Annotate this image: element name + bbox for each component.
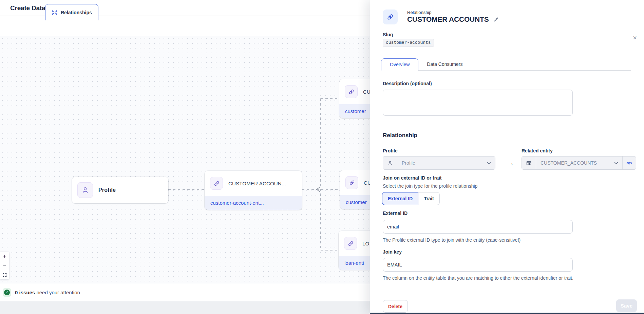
- create-data-graph-screen: Create Data Graph Entities: [0, 0, 644, 314]
- slug-value: customer-accounts: [383, 39, 434, 47]
- profile-field-label: Profile: [383, 148, 398, 153]
- entity-node-slug[interactable]: customer-account-ent...: [205, 196, 302, 210]
- link-icon: [383, 10, 398, 24]
- zoom-out-button[interactable]: −: [0, 261, 9, 270]
- arrow-right-icon: →: [503, 156, 518, 170]
- join-type-toggle: External ID Trait: [382, 192, 440, 205]
- fullscreen-button[interactable]: [0, 270, 9, 279]
- person-icon: [383, 156, 397, 169]
- panel-title: CUSTOMER ACCOUNTS: [407, 15, 489, 23]
- tab-relationships-label: Relationships: [61, 10, 92, 15]
- person-icon: [77, 182, 93, 198]
- external-id-label: External ID: [383, 210, 408, 216]
- check-icon: ✓: [4, 290, 10, 295]
- panel-bottom-edge: [370, 313, 644, 314]
- join-key-label: Join key: [383, 249, 402, 255]
- entity-node-customer-accounts[interactable]: CUSTOMER ACCOUN... customer-account-ent.…: [205, 171, 302, 210]
- delete-button[interactable]: Delete: [383, 300, 408, 313]
- link-icon: [345, 176, 358, 189]
- edit-title-button[interactable]: [493, 17, 499, 22]
- section-divider: [370, 126, 644, 126]
- status-check-chip: ✓: [3, 288, 11, 297]
- issues-status-text: 0 issues need your attention: [15, 290, 80, 295]
- profile-node[interactable]: Profile: [72, 177, 168, 203]
- chevron-down-icon: [614, 162, 618, 164]
- related-entity-value: CUSTOMER_ACCOUNTS: [541, 160, 597, 166]
- save-button[interactable]: Save: [616, 299, 637, 312]
- profile-select[interactable]: Profile: [383, 156, 495, 170]
- link-icon: [210, 177, 223, 190]
- join-key-input[interactable]: [383, 258, 573, 272]
- issues-count: 0 issues: [15, 290, 35, 295]
- related-entity-label: Related entity: [522, 148, 553, 153]
- profile-node-label: Profile: [98, 187, 116, 193]
- preview-entity-button[interactable]: [622, 156, 636, 169]
- issues-message: need your attention: [35, 290, 80, 295]
- table-icon: [522, 156, 536, 169]
- network-icon: [52, 10, 58, 16]
- panel-type-label: Relationship: [407, 10, 432, 15]
- tab-relationships[interactable]: Relationships: [45, 4, 98, 20]
- external-id-help: The Profile external ID type to join wit…: [383, 237, 520, 244]
- tab-data-consumers[interactable]: Data Consumers: [418, 58, 471, 70]
- slug-label: Slug: [383, 32, 393, 37]
- canvas-zoom-controls: + −: [0, 252, 9, 279]
- zoom-in-button[interactable]: +: [0, 252, 9, 261]
- description-textarea[interactable]: [383, 90, 573, 116]
- relationship-section-title: Relationship: [383, 132, 417, 139]
- panel-tabs: Overview Data Consumers: [381, 58, 631, 71]
- relationship-node-title: CU: [363, 89, 371, 95]
- tab-overview[interactable]: Overview: [381, 58, 418, 71]
- join-type-label: Join on external ID or trait: [383, 175, 441, 181]
- chevron-down-icon: [487, 162, 491, 164]
- relationship-detail-panel: Relationship CUSTOMER ACCOUNTS × Slug cu…: [370, 0, 644, 314]
- profile-select-value: Profile: [402, 160, 415, 166]
- relationship-node-title: LO: [362, 241, 369, 246]
- link-icon: [344, 237, 357, 250]
- external-id-input[interactable]: [383, 220, 573, 234]
- join-key-help: The column on the entity table that you …: [383, 275, 578, 282]
- description-label: Description (optional): [383, 81, 432, 86]
- related-entity-select[interactable]: CUSTOMER_ACCOUNTS: [522, 156, 636, 170]
- join-type-trait-option[interactable]: Trait: [418, 192, 440, 205]
- link-icon: [345, 85, 358, 98]
- join-type-external-id-option[interactable]: External ID: [382, 192, 418, 205]
- entity-node-title: CUSTOMER ACCOUN...: [228, 181, 286, 186]
- close-panel-button[interactable]: ×: [630, 33, 639, 42]
- join-type-help: Select the join type for the profile rel…: [383, 183, 477, 190]
